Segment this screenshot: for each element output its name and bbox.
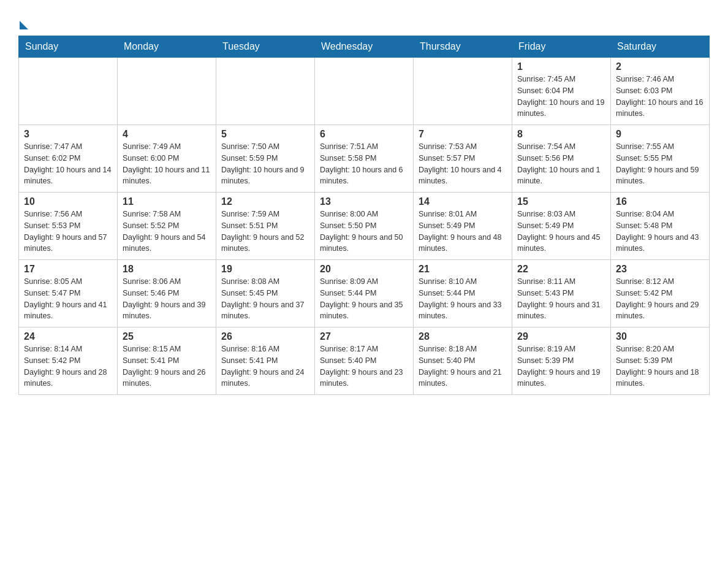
day-number: 16 bbox=[616, 196, 704, 207]
day-number: 11 bbox=[123, 196, 211, 207]
calendar-cell-5-4: 27Sunrise: 8:17 AMSunset: 5:40 PMDayligh… bbox=[315, 327, 414, 395]
calendar-cell-4-6: 22Sunrise: 8:11 AMSunset: 5:43 PMDayligh… bbox=[512, 260, 611, 327]
calendar-cell-2-5: 7Sunrise: 7:53 AMSunset: 5:57 PMDaylight… bbox=[414, 125, 512, 193]
day-number: 27 bbox=[320, 331, 408, 342]
day-number: 23 bbox=[616, 264, 704, 275]
week-row-4: 17Sunrise: 8:05 AMSunset: 5:47 PMDayligh… bbox=[19, 260, 710, 327]
day-number: 17 bbox=[24, 264, 112, 275]
day-info: Sunrise: 7:58 AMSunset: 5:52 PMDaylight:… bbox=[123, 209, 211, 255]
column-header-wednesday: Wednesday bbox=[315, 36, 414, 58]
day-info: Sunrise: 8:11 AMSunset: 5:43 PMDaylight:… bbox=[517, 276, 605, 322]
logo bbox=[18, 12, 28, 29]
day-info: Sunrise: 8:16 AMSunset: 5:41 PMDaylight:… bbox=[221, 343, 309, 389]
week-row-3: 10Sunrise: 7:56 AMSunset: 5:53 PMDayligh… bbox=[19, 193, 710, 260]
day-number: 20 bbox=[320, 264, 408, 275]
calendar-cell-3-5: 14Sunrise: 8:01 AMSunset: 5:49 PMDayligh… bbox=[414, 193, 512, 260]
column-header-friday: Friday bbox=[512, 36, 611, 58]
calendar-table: SundayMondayTuesdayWednesdayThursdayFrid… bbox=[18, 36, 710, 395]
column-header-monday: Monday bbox=[118, 36, 216, 58]
calendar-cell-3-7: 16Sunrise: 8:04 AMSunset: 5:48 PMDayligh… bbox=[611, 193, 710, 260]
day-info: Sunrise: 7:50 AMSunset: 5:59 PMDaylight:… bbox=[221, 141, 309, 187]
day-info: Sunrise: 7:56 AMSunset: 5:53 PMDaylight:… bbox=[24, 209, 112, 255]
day-info: Sunrise: 8:06 AMSunset: 5:46 PMDaylight:… bbox=[123, 276, 211, 322]
calendar-cell-4-3: 19Sunrise: 8:08 AMSunset: 5:45 PMDayligh… bbox=[216, 260, 315, 327]
calendar-cell-2-3: 5Sunrise: 7:50 AMSunset: 5:59 PMDaylight… bbox=[216, 125, 315, 193]
calendar-header-row: SundayMondayTuesdayWednesdayThursdayFrid… bbox=[19, 36, 710, 58]
day-info: Sunrise: 7:45 AMSunset: 6:04 PMDaylight:… bbox=[517, 74, 605, 120]
column-header-thursday: Thursday bbox=[414, 36, 512, 58]
calendar-cell-3-1: 10Sunrise: 7:56 AMSunset: 5:53 PMDayligh… bbox=[19, 193, 118, 260]
day-number: 26 bbox=[221, 331, 309, 342]
day-number: 9 bbox=[616, 129, 704, 140]
day-info: Sunrise: 8:20 AMSunset: 5:39 PMDaylight:… bbox=[616, 343, 704, 389]
day-info: Sunrise: 8:03 AMSunset: 5:49 PMDaylight:… bbox=[517, 209, 605, 255]
day-number: 7 bbox=[419, 129, 507, 140]
day-number: 18 bbox=[123, 264, 211, 275]
calendar-cell-1-6: 1Sunrise: 7:45 AMSunset: 6:04 PMDaylight… bbox=[512, 58, 611, 125]
day-info: Sunrise: 7:53 AMSunset: 5:57 PMDaylight:… bbox=[419, 141, 507, 187]
day-number: 15 bbox=[517, 196, 605, 207]
day-info: Sunrise: 7:51 AMSunset: 5:58 PMDaylight:… bbox=[320, 141, 408, 187]
day-number: 24 bbox=[24, 331, 112, 342]
day-info: Sunrise: 7:46 AMSunset: 6:03 PMDaylight:… bbox=[616, 74, 704, 120]
day-info: Sunrise: 8:18 AMSunset: 5:40 PMDaylight:… bbox=[419, 343, 507, 389]
day-number: 29 bbox=[517, 331, 605, 342]
calendar-cell-5-7: 30Sunrise: 8:20 AMSunset: 5:39 PMDayligh… bbox=[611, 327, 710, 395]
day-number: 3 bbox=[24, 129, 112, 140]
day-number: 13 bbox=[320, 196, 408, 207]
column-header-sunday: Sunday bbox=[19, 36, 118, 58]
calendar-cell-3-2: 11Sunrise: 7:58 AMSunset: 5:52 PMDayligh… bbox=[118, 193, 216, 260]
calendar-cell-2-4: 6Sunrise: 7:51 AMSunset: 5:58 PMDaylight… bbox=[315, 125, 414, 193]
day-info: Sunrise: 8:01 AMSunset: 5:49 PMDaylight:… bbox=[419, 209, 507, 255]
calendar-cell-2-7: 9Sunrise: 7:55 AMSunset: 5:55 PMDaylight… bbox=[611, 125, 710, 193]
day-info: Sunrise: 8:15 AMSunset: 5:41 PMDaylight:… bbox=[123, 343, 211, 389]
calendar-cell-3-4: 13Sunrise: 8:00 AMSunset: 5:50 PMDayligh… bbox=[315, 193, 414, 260]
day-number: 14 bbox=[419, 196, 507, 207]
day-info: Sunrise: 8:05 AMSunset: 5:47 PMDaylight:… bbox=[24, 276, 112, 322]
column-header-tuesday: Tuesday bbox=[216, 36, 315, 58]
day-info: Sunrise: 8:17 AMSunset: 5:40 PMDaylight:… bbox=[320, 343, 408, 389]
page-header bbox=[18, 12, 710, 29]
day-info: Sunrise: 7:59 AMSunset: 5:51 PMDaylight:… bbox=[221, 209, 309, 255]
day-number: 8 bbox=[517, 129, 605, 140]
day-info: Sunrise: 8:19 AMSunset: 5:39 PMDaylight:… bbox=[517, 343, 605, 389]
day-number: 2 bbox=[616, 61, 704, 72]
day-number: 1 bbox=[517, 61, 605, 72]
day-info: Sunrise: 7:54 AMSunset: 5:56 PMDaylight:… bbox=[517, 141, 605, 187]
day-info: Sunrise: 7:49 AMSunset: 6:00 PMDaylight:… bbox=[123, 141, 211, 187]
calendar-cell-4-7: 23Sunrise: 8:12 AMSunset: 5:42 PMDayligh… bbox=[611, 260, 710, 327]
calendar-cell-1-1 bbox=[19, 58, 118, 125]
calendar-cell-2-6: 8Sunrise: 7:54 AMSunset: 5:56 PMDaylight… bbox=[512, 125, 611, 193]
day-number: 21 bbox=[419, 264, 507, 275]
day-info: Sunrise: 8:04 AMSunset: 5:48 PMDaylight:… bbox=[616, 209, 704, 255]
day-number: 30 bbox=[616, 331, 704, 342]
calendar-cell-4-2: 18Sunrise: 8:06 AMSunset: 5:46 PMDayligh… bbox=[118, 260, 216, 327]
day-number: 19 bbox=[221, 264, 309, 275]
calendar-cell-1-5 bbox=[414, 58, 512, 125]
day-info: Sunrise: 7:47 AMSunset: 6:02 PMDaylight:… bbox=[24, 141, 112, 187]
calendar-cell-5-2: 25Sunrise: 8:15 AMSunset: 5:41 PMDayligh… bbox=[118, 327, 216, 395]
calendar-cell-3-6: 15Sunrise: 8:03 AMSunset: 5:49 PMDayligh… bbox=[512, 193, 611, 260]
calendar-cell-4-5: 21Sunrise: 8:10 AMSunset: 5:44 PMDayligh… bbox=[414, 260, 512, 327]
calendar-cell-3-3: 12Sunrise: 7:59 AMSunset: 5:51 PMDayligh… bbox=[216, 193, 315, 260]
day-number: 22 bbox=[517, 264, 605, 275]
week-row-5: 24Sunrise: 8:14 AMSunset: 5:42 PMDayligh… bbox=[19, 327, 710, 395]
day-number: 4 bbox=[123, 129, 211, 140]
logo-arrow-icon bbox=[20, 21, 28, 29]
calendar-cell-5-5: 28Sunrise: 8:18 AMSunset: 5:40 PMDayligh… bbox=[414, 327, 512, 395]
calendar-cell-1-7: 2Sunrise: 7:46 AMSunset: 6:03 PMDaylight… bbox=[611, 58, 710, 125]
column-header-saturday: Saturday bbox=[611, 36, 710, 58]
day-info: Sunrise: 8:14 AMSunset: 5:42 PMDaylight:… bbox=[24, 343, 112, 389]
day-number: 5 bbox=[221, 129, 309, 140]
calendar-cell-1-4 bbox=[315, 58, 414, 125]
week-row-1: 1Sunrise: 7:45 AMSunset: 6:04 PMDaylight… bbox=[19, 58, 710, 125]
calendar-cell-4-4: 20Sunrise: 8:09 AMSunset: 5:44 PMDayligh… bbox=[315, 260, 414, 327]
day-info: Sunrise: 8:12 AMSunset: 5:42 PMDaylight:… bbox=[616, 276, 704, 322]
day-info: Sunrise: 8:00 AMSunset: 5:50 PMDaylight:… bbox=[320, 209, 408, 255]
calendar-cell-5-1: 24Sunrise: 8:14 AMSunset: 5:42 PMDayligh… bbox=[19, 327, 118, 395]
calendar-cell-1-3 bbox=[216, 58, 315, 125]
day-info: Sunrise: 8:09 AMSunset: 5:44 PMDaylight:… bbox=[320, 276, 408, 322]
day-number: 25 bbox=[123, 331, 211, 342]
day-number: 10 bbox=[24, 196, 112, 207]
day-number: 28 bbox=[419, 331, 507, 342]
